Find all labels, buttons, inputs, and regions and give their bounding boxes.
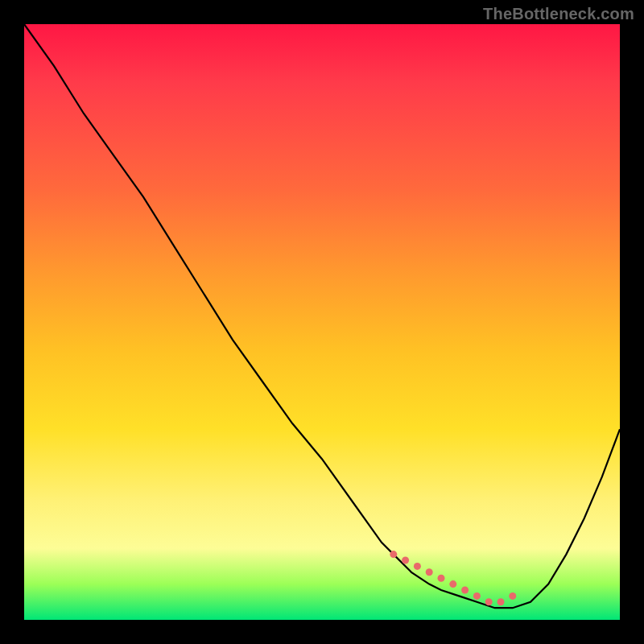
flat-minimum-markers xyxy=(390,551,516,605)
chart-frame: TheBottleneck.com xyxy=(0,0,644,644)
minimum-dot xyxy=(461,587,469,594)
minimum-dot xyxy=(402,557,409,564)
curve-svg xyxy=(24,24,620,620)
minimum-dot xyxy=(497,598,505,605)
minimum-dot xyxy=(438,575,445,582)
minimum-dot xyxy=(390,551,397,558)
minimum-dot xyxy=(426,568,433,576)
minimum-dot xyxy=(485,598,493,605)
minimum-dot xyxy=(414,563,421,570)
watermark-text: TheBottleneck.com xyxy=(483,5,634,23)
bottleneck-curve-path xyxy=(24,24,620,608)
minimum-dot xyxy=(473,592,481,600)
minimum-dot xyxy=(509,592,516,600)
plot-area xyxy=(24,24,620,620)
minimum-dot xyxy=(449,580,456,588)
